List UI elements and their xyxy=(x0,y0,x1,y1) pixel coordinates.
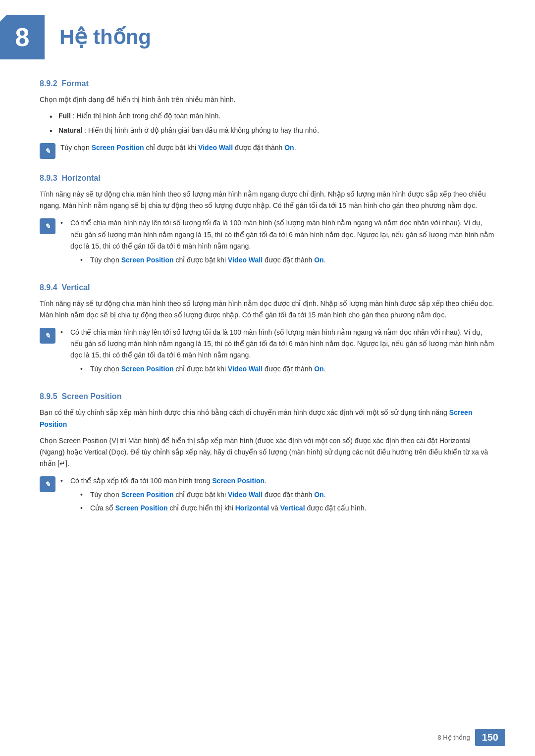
section-895-note: ✎ Có thể sắp xếp tối đa tới 100 màn hình… xyxy=(40,475,495,516)
section-892: 8.9.2 Format Chọn một định dạng để hiển … xyxy=(40,79,495,159)
section-895: 8.9.5 Screen Position Bạn có thể tùy chỉ… xyxy=(40,392,495,516)
note-894-bullet1: Có thể chia màn hình này lên tới số lượn… xyxy=(60,327,495,375)
section-892-bullets: Full : Hiển thị hình ảnh trong chế độ to… xyxy=(50,110,495,136)
note-icon: ✎ xyxy=(40,143,55,159)
section-894-title: 8.9.4 Vertical xyxy=(40,283,495,292)
section-893-title: 8.9.3 Horizontal xyxy=(40,174,495,183)
section-895-body2: Chọn Screen Position (Vị trí Màn hình) đ… xyxy=(40,435,495,469)
section-892-note: ✎ Tùy chọn Screen Position chỉ được bật … xyxy=(40,142,495,159)
chapter-number: 8 xyxy=(15,22,30,52)
page-header: 8 Hệ thống xyxy=(0,0,535,69)
chapter-number-badge: 8 xyxy=(0,15,45,59)
section-892-title: 8.9.2 Format xyxy=(40,79,495,88)
section-893-note: ✎ Có thể chia màn hình này lên tới số lư… xyxy=(40,217,495,268)
note-895-sub1: Tùy chọn Screen Position chỉ được bật kh… xyxy=(80,489,495,501)
section-895-body1: Bạn có thể tùy chỉnh sắp xếp màn hình đư… xyxy=(40,407,495,430)
section-892-intro: Chọn một định dạng để hiển thị hình ảnh … xyxy=(40,94,495,105)
section-893: 8.9.3 Horizontal Tính năng này sẽ tự độn… xyxy=(40,174,495,268)
section-894-body: Tính năng này sẽ tự động chia màn hình t… xyxy=(40,298,495,321)
note-icon-895: ✎ xyxy=(40,476,55,492)
chapter-title: Hệ thống xyxy=(54,15,151,49)
note-893-bullet1: Có thể chia màn hình này lên tới số lượn… xyxy=(60,217,495,265)
section-894-note: ✎ Có thể chia màn hình này lên tới số lư… xyxy=(40,327,495,377)
note-895-sub2: Cửa sổ Screen Position chỉ được hiển thị… xyxy=(80,503,495,514)
note-893-content: Có thể chia màn hình này lên tới số lượn… xyxy=(60,217,495,268)
note-892-text: Tùy chọn Screen Position chỉ được bật kh… xyxy=(60,142,495,153)
note-icon-893: ✎ xyxy=(40,218,55,234)
bullet-natural: Natural : Hiển thị hình ảnh ở độ phân gi… xyxy=(50,125,495,136)
page-number: 150 xyxy=(475,729,505,746)
section-894: 8.9.4 Vertical Tính năng này sẽ tự động … xyxy=(40,283,495,378)
footer-text: 8 Hệ thống xyxy=(437,734,470,741)
main-content: 8.9.2 Format Chọn một định dạng để hiển … xyxy=(0,69,535,561)
note-895-bullet1: Có thể sắp xếp tối đa tới 100 màn hình t… xyxy=(60,475,495,514)
note-894-content: Có thể chia màn hình này lên tới số lượn… xyxy=(60,327,495,377)
section-895-title: 8.9.5 Screen Position xyxy=(40,392,495,401)
bullet-full: Full : Hiển thị hình ảnh trong chế độ to… xyxy=(50,110,495,122)
section-893-body: Tính năng này sẽ tự động chia màn hình t… xyxy=(40,189,495,211)
page-footer: 8 Hệ thống 150 xyxy=(437,729,505,746)
note-893-sub1: Tùy chọn Screen Position chỉ được bật kh… xyxy=(80,254,495,266)
note-894-sub1: Tùy chọn Screen Position chỉ được bật kh… xyxy=(80,363,495,375)
note-895-content: Có thể sắp xếp tối đa tới 100 màn hình t… xyxy=(60,475,495,516)
note-icon-894: ✎ xyxy=(40,328,55,344)
